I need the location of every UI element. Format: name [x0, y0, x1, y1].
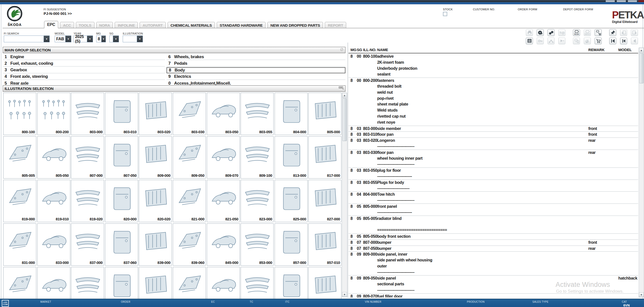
nav-first-button[interactable]: [609, 38, 616, 44]
parts-row[interactable]: side panel with wheel housing: [348, 257, 638, 263]
window-titlebar[interactable]: [0, 0, 644, 2]
parts-row[interactable]: wheel housing inner part: [348, 156, 638, 162]
illustration-thumb-820-020[interactable]: 820-020: [139, 180, 172, 222]
fi-search-input[interactable]: ▼: [4, 36, 50, 42]
illustration-thumb-819-000[interactable]: 819-000: [3, 180, 36, 222]
parts-row[interactable]: weld nut: [348, 90, 638, 96]
depot-button[interactable]: DEPOT: [584, 29, 591, 36]
illustration-thumb-803-030[interactable]: 803-030: [173, 93, 206, 135]
illustration-thumb-800-100[interactable]: 800-100: [3, 93, 36, 135]
parts-scrollbar[interactable]: ▲ ▼: [639, 48, 644, 297]
chevron-down-icon[interactable]: ▼: [113, 36, 119, 42]
burn-disc-button[interactable]: [537, 29, 544, 36]
illustration-thumb-803-055[interactable]: 803-055: [241, 93, 274, 135]
tab-new-and-dropped-parts[interactable]: NEW AND DROPPED PARTS: [267, 22, 323, 28]
doc-previous-button[interactable]: [620, 29, 627, 36]
shopping-cart-button[interactable]: [595, 38, 602, 44]
key-button[interactable]: [537, 38, 544, 44]
chevron-down-icon[interactable]: ▼: [44, 36, 49, 42]
scroll-up-icon[interactable]: ▲: [342, 93, 347, 98]
parts-row[interactable]: ------------------------------: [348, 269, 638, 276]
parts-row[interactable]: ----------------------------: [348, 174, 638, 180]
illustration-thumb-813-000[interactable]: 813-000: [275, 136, 308, 179]
main-group-item-wheels-brakes[interactable]: 6Wheels, brakes: [167, 54, 345, 60]
illustration-thumb-809-100[interactable]: 809-100: [241, 136, 274, 179]
illustration-thumb-845-000[interactable]: 845-000: [207, 223, 240, 266]
illustration-thumb-803-010[interactable]: 803-010: [105, 93, 138, 135]
chevron-down-icon[interactable]: ▼: [65, 36, 71, 42]
illustration-thumb-837-000[interactable]: 837-000: [71, 223, 104, 266]
chevron-down-icon[interactable]: ▼: [101, 36, 106, 42]
parts-row[interactable]: 2K-insert foam: [348, 60, 638, 66]
parts-row[interactable]: Weld studs: [348, 108, 638, 114]
binoculars-search-button[interactable]: [548, 29, 555, 36]
parts-row-809-070[interactable]: 809809-070fuel filler door: [348, 293, 638, 297]
illustration-input[interactable]: ▼: [123, 36, 143, 42]
parts-list-button[interactable]: [526, 38, 533, 44]
illustration-thumb-803-000[interactable]: 803-000: [71, 93, 104, 135]
parts-row[interactable]: ------------------------------: [348, 197, 638, 203]
tab-chemical-materials[interactable]: CHEMICAL MATERIALS: [168, 22, 215, 28]
pin-icon[interactable]: [340, 48, 344, 52]
main-group-item-body[interactable]: 8Body: [167, 67, 345, 73]
chevron-down-icon[interactable]: ▼: [137, 36, 143, 42]
parts-row[interactable]: sealant: [348, 72, 638, 78]
illustration-thumb-831-000[interactable]: 831-000: [3, 223, 36, 266]
scroll-up-icon[interactable]: ▲: [639, 48, 644, 53]
illustration-thumb-839-060[interactable]: 839-060: [173, 223, 206, 266]
help-contact-button[interactable]: ?@: [558, 29, 565, 36]
parts-row-803-020[interactable]: 803803-020Longeronrear: [348, 138, 638, 144]
parts-row[interactable]: ------------------------------: [348, 144, 638, 150]
parts-row[interactable]: threaded bolt: [348, 84, 638, 90]
illustration-thumb-805-005[interactable]: 805-005: [3, 136, 36, 179]
illustration-thumb-807-000[interactable]: 807-000: [71, 136, 104, 179]
parts-row-807-050[interactable]: 807807-050bumperrear: [348, 246, 638, 252]
parts-row-809-050[interactable]: 809809-050side panelhatchback: [348, 275, 638, 281]
main-group-item-front-axle-steering[interactable]: 4Front axle, steering: [3, 74, 165, 80]
parts-row[interactable]: [348, 221, 638, 227]
parts-row[interactable]: sheet metal plate: [348, 101, 638, 108]
scrollbar-thumb[interactable]: [342, 98, 347, 141]
close-button[interactable]: [628, 0, 637, 2]
nav-back-button[interactable]: [631, 38, 638, 44]
illustration-thumb-819-020[interactable]: 819-020: [71, 180, 104, 222]
illustration-thumb-833-000[interactable]: 833-000: [37, 223, 70, 266]
tab-report[interactable]: REPORT: [325, 22, 346, 28]
parts-row[interactable]: ------------------------------: [348, 161, 638, 167]
parts-row[interactable]: ----------------------------: [348, 210, 638, 216]
main-group-item-pedals[interactable]: 7Pedals: [167, 60, 345, 66]
illustration-thumb-853-000[interactable]: 853-000: [241, 223, 274, 266]
parts-row[interactable]: rivet noye: [348, 120, 638, 126]
tab-tools[interactable]: TOOLS: [76, 22, 94, 28]
parts-row-804-000[interactable]: 804804-000Tow hitch: [348, 191, 638, 197]
main-group-item-engine[interactable]: 1Engine: [3, 54, 165, 60]
scroll-down-icon[interactable]: ▼: [639, 292, 644, 297]
main-group-item-electrics[interactable]: 9Electrics: [167, 74, 345, 80]
illustration-thumb-825-000[interactable]: 825-000: [275, 180, 308, 222]
illustration-thumb-800-200[interactable]: 800-200: [37, 93, 70, 135]
model-input[interactable]: FAB▼: [55, 36, 71, 42]
parts-row-805-000[interactable]: 805805-000front panel: [348, 203, 638, 210]
illustration-thumb-809-000[interactable]: 809-000: [139, 136, 172, 179]
illustration-thumb-857-000[interactable]: 857-000: [275, 223, 308, 266]
parts-row-809-000[interactable]: 809809-000side panel, inner: [348, 251, 638, 257]
parts-row-803-030[interactable]: 803803-030floor panrear: [348, 150, 638, 156]
parts-row-805-050[interactable]: 805805-050body front section: [348, 233, 638, 240]
chevron-down-icon[interactable]: ▼: [87, 36, 93, 42]
illustration-thumb-839-000[interactable]: 839-000: [139, 223, 172, 266]
illustration-thumb-820-000[interactable]: 820-000: [105, 180, 138, 222]
illustration-thumb-804-000[interactable]: 804-000: [275, 93, 308, 135]
parts-row-803-055[interactable]: 803803-055Plugs for body: [348, 180, 638, 186]
parts-row-805-005[interactable]: 805805-005radiator blind: [348, 216, 638, 222]
illustration-scrollbar[interactable]: ▲ ▼: [342, 93, 347, 297]
parts-row[interactable]: ===============================: [348, 227, 638, 233]
parts-row[interactable]: Underbody protection: [348, 66, 638, 72]
tab-autopart[interactable]: AUTOPART: [140, 22, 166, 28]
parts-row-800-200[interactable]: 800800-200fasteners: [348, 78, 638, 84]
resume-button[interactable]: [558, 38, 565, 44]
view-toggle-icon[interactable]: [339, 86, 344, 91]
tab-standard-hardware[interactable]: STANDARD HARDWARE: [217, 22, 266, 28]
illustration-thumb-857-010[interactable]: 857-010: [308, 223, 341, 266]
stock-checkbox[interactable]: [443, 12, 447, 16]
illustration-thumb-803-050[interactable]: 803-050: [207, 93, 240, 135]
